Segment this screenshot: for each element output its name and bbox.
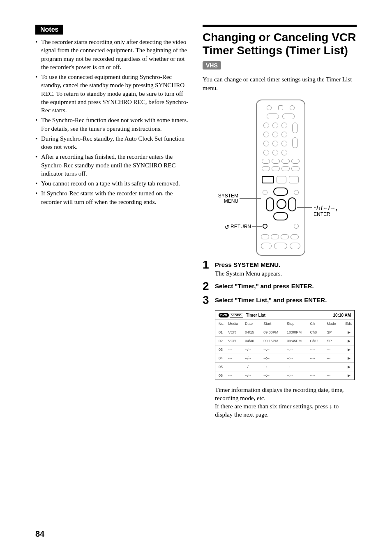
cell-start: 09:00PM xyxy=(262,328,286,336)
cell-no: 06 xyxy=(215,371,227,380)
cell-date: --/-- xyxy=(244,345,262,354)
table-row[interactable]: 04 --- --/-- --:-- --:-- ---- --- ▶ xyxy=(215,354,354,362)
table-row[interactable]: 02 VCR 04/30 09:15PM 09:45PM Ch11 SP ▶ xyxy=(215,336,354,345)
col-date: Date xyxy=(244,320,262,328)
cell-stop: --:-- xyxy=(286,371,309,380)
remote-rocker-icon xyxy=(292,123,298,133)
return-button-icon xyxy=(263,224,267,229)
remote-numpad-icon xyxy=(272,150,278,155)
col-ch: Ch xyxy=(309,320,326,328)
intro-text: You can change or cancel timer settings … xyxy=(203,75,357,92)
table-row[interactable]: 06 --- --/-- --:-- --:-- ---- --- ▶ xyxy=(215,371,354,380)
remote-small-button-icon xyxy=(294,224,299,229)
cell-no: 04 xyxy=(215,354,227,362)
table-row[interactable]: 05 --- --/-- --:-- --:-- ---- --- ▶ xyxy=(215,362,354,371)
note-item: After a recording has finished, the reco… xyxy=(35,153,189,178)
remote-numpad-icon xyxy=(281,123,287,128)
post-text-2: If there are more than six timer setting… xyxy=(215,402,357,419)
remote-numpad-icon xyxy=(263,123,269,128)
cell-media: --- xyxy=(227,362,244,371)
step-heading: Press SYSTEM MENU. xyxy=(215,261,357,269)
remote-button-icon xyxy=(290,243,300,249)
callout-return: ↺ RETURN xyxy=(210,224,251,230)
cell-mode: --- xyxy=(325,362,344,371)
callout-system-menu: SYSTEM MENU xyxy=(213,193,238,204)
table-row[interactable]: 01 VCR 04/15 09:00PM 10:00PM Ch8 SP ▶ xyxy=(215,328,354,336)
cell-mode: SP xyxy=(325,336,344,345)
panel-title: Timer List xyxy=(246,313,266,317)
remote-button-icon xyxy=(291,166,300,171)
step-heading: Select "Timer," and press ENTER. xyxy=(215,282,357,290)
cell-stop: 10:00PM xyxy=(286,328,309,336)
remote-button-icon xyxy=(281,159,290,164)
cell-mode: --- xyxy=(325,345,344,354)
remote-button-icon xyxy=(289,176,299,183)
cell-stop: 09:45PM xyxy=(286,336,309,345)
remote-numpad-icon xyxy=(281,150,287,155)
remote-button-icon xyxy=(291,234,299,239)
page-number: 84 xyxy=(35,529,44,539)
remote-button-icon xyxy=(272,159,280,164)
remote-numpad-icon xyxy=(272,123,278,128)
dpad-left-icon xyxy=(266,197,274,211)
step-1: 1 Press SYSTEM MENU. The System Menu app… xyxy=(203,259,357,278)
table-row[interactable]: 03 --- --/-- --:-- --:-- ---- --- ▶ xyxy=(215,345,354,354)
col-edit: Edit xyxy=(344,320,354,328)
cell-no: 03 xyxy=(215,345,227,354)
edit-arrow-icon[interactable]: ▶ xyxy=(344,336,354,345)
cell-start: --:-- xyxy=(262,371,286,380)
remote-button-icon xyxy=(267,105,272,110)
down-arrow-icon: ↓ xyxy=(329,403,332,410)
edit-arrow-icon[interactable]: ▶ xyxy=(344,362,354,371)
col-start: Start xyxy=(262,320,286,328)
cell-media: --- xyxy=(227,345,244,354)
edit-arrow-icon[interactable]: ▶ xyxy=(344,328,354,336)
timer-list-table: No. Media Date Start Stop Ch Mode Edit 0… xyxy=(215,320,354,380)
remote-numpad-icon xyxy=(272,141,278,146)
edit-arrow-icon[interactable]: ▶ xyxy=(344,371,354,380)
remote-numpad-icon xyxy=(263,141,269,146)
remote-rocker-icon xyxy=(292,137,298,148)
cell-date: --/-- xyxy=(244,354,262,362)
remote-numpad-icon xyxy=(263,132,269,137)
remote-button-icon xyxy=(262,166,270,171)
callout-text: ENTER xyxy=(314,211,330,217)
step-number: 2 xyxy=(203,280,215,292)
section-rule xyxy=(203,25,357,27)
dpad-up-icon xyxy=(273,188,288,196)
step-heading: Select "Timer List," and press ENTER. xyxy=(215,296,357,304)
note-item: The recorder starts recording only after… xyxy=(35,38,189,71)
section-title: Changing or Canceling VCR Timer Settings… xyxy=(203,31,357,57)
step-3: 3 Select "Timer List," and press ENTER. xyxy=(203,294,357,306)
cell-media: --- xyxy=(227,354,244,362)
edit-arrow-icon[interactable]: ▶ xyxy=(344,345,354,354)
cell-start: --:-- xyxy=(262,345,286,354)
system-menu-button-icon xyxy=(262,176,274,183)
remote-diagram: SYSTEM MENU ↺ RETURN ↑/↓/←/→, ENTER xyxy=(203,100,357,256)
cell-media: VCR xyxy=(227,328,244,336)
cell-ch: Ch11 xyxy=(309,336,326,345)
col-mode: Mode xyxy=(325,320,344,328)
remote-button-icon xyxy=(272,166,280,171)
note-item: If Synchro-Rec starts with the recorder … xyxy=(35,189,189,206)
post-text-2a: If there are more than six timer setting… xyxy=(215,403,329,410)
remote-body-outline xyxy=(256,100,305,256)
remote-numpad-icon xyxy=(272,132,278,137)
cell-ch: ---- xyxy=(309,371,326,380)
panel-clock: 10:10 AM xyxy=(333,313,351,317)
callout-text: SYSTEM MENU xyxy=(218,193,238,204)
step-2: 2 Select "Timer," and press ENTER. xyxy=(203,280,357,292)
cell-date: --/-- xyxy=(244,362,262,371)
cell-start: --:-- xyxy=(262,362,286,371)
dpad-down-icon xyxy=(273,212,288,220)
edit-arrow-icon[interactable]: ▶ xyxy=(344,354,354,362)
remote-small-button-icon xyxy=(263,190,267,195)
cell-start: 09:15PM xyxy=(262,336,286,345)
remote-button-icon xyxy=(278,105,283,110)
remote-button-icon xyxy=(281,234,289,239)
cell-stop: --:-- xyxy=(286,362,309,371)
remote-button-icon xyxy=(281,166,290,171)
remote-numpad-icon xyxy=(263,150,269,155)
cell-date: --/-- xyxy=(244,371,262,380)
dpad-enter-icon xyxy=(277,199,286,209)
